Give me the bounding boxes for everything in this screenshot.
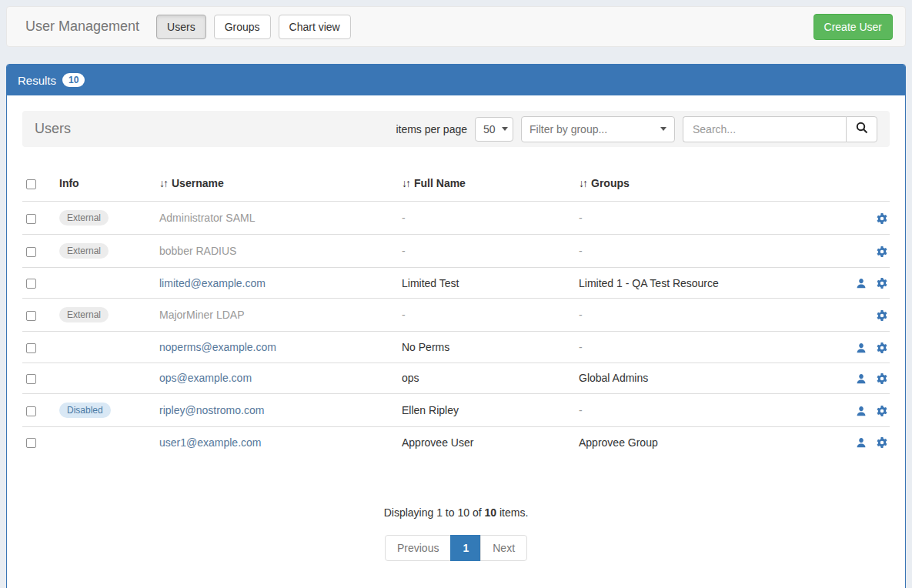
tab-groups[interactable]: Groups: [214, 15, 271, 39]
users-table: Info ↓↑Username ↓↑Full Name ↓↑Groups Ext…: [22, 165, 890, 457]
actions-cell: [827, 332, 890, 362]
user-icon[interactable]: [847, 342, 867, 353]
full-name-cell: -: [396, 235, 573, 268]
displaying-total: 10: [484, 506, 496, 519]
results-count-badge: 10: [62, 73, 85, 87]
row-checkbox[interactable]: [26, 438, 36, 448]
row-checkbox[interactable]: [26, 311, 36, 321]
username-cell: Administrator SAML: [153, 202, 396, 235]
select-all-checkbox[interactable]: [26, 179, 36, 189]
info-cell: [53, 362, 153, 393]
gear-icon[interactable]: [867, 246, 888, 258]
displaying-suffix: items.: [496, 506, 528, 519]
gear-icon[interactable]: [867, 373, 888, 385]
info-cell: External: [53, 235, 153, 268]
gear-icon[interactable]: [867, 309, 888, 322]
page: User Management Users Groups Chart view …: [0, 0, 912, 588]
info-cell: [53, 332, 153, 362]
actions-cell: [827, 202, 890, 235]
status-badge: Disabled: [59, 403, 111, 418]
username-cell: ops@example.com: [153, 362, 396, 393]
search-input[interactable]: [683, 116, 846, 142]
status-badge: External: [59, 307, 109, 322]
results-panel-header: Results 10: [7, 65, 905, 95]
full-name-cell: ops: [396, 362, 573, 393]
actions-column-header: [827, 165, 890, 202]
column-header-groups[interactable]: ↓↑Groups: [573, 165, 827, 202]
row-checkbox[interactable]: [26, 343, 36, 353]
username-cell: noperms@example.com: [153, 332, 396, 362]
gear-icon[interactable]: [867, 436, 888, 449]
search-button[interactable]: [846, 116, 877, 142]
sort-icon: ↓↑: [579, 177, 586, 189]
groups-cell: -: [573, 202, 827, 235]
user-icon[interactable]: [847, 406, 867, 416]
username-cell: MajorMiner LDAP: [153, 299, 396, 332]
username-link[interactable]: noperms@example.com: [159, 341, 276, 353]
info-cell: External: [53, 202, 153, 235]
table-row: Disabledripley@nostromo.comEllen Ripley-: [22, 393, 890, 426]
table-row: Externalbobber RADIUS--: [22, 235, 890, 268]
groups-cell: -: [573, 393, 827, 426]
full-name-cell: Approvee User: [396, 426, 573, 457]
user-icon[interactable]: [847, 373, 867, 384]
gear-icon[interactable]: [867, 405, 888, 417]
items-per-page-select[interactable]: 50: [475, 117, 513, 142]
groups-cell: Approvee Group: [573, 426, 827, 457]
status-badge: External: [59, 210, 109, 226]
pagination-next[interactable]: Next: [480, 535, 527, 561]
tab-chart-view[interactable]: Chart view: [279, 15, 351, 39]
gear-icon[interactable]: [867, 212, 888, 225]
row-checkbox[interactable]: [26, 406, 36, 416]
pagination: Previous 1 Next: [22, 535, 890, 561]
username-link[interactable]: limited@example.com: [159, 277, 266, 289]
table-row: limited@example.comLimited TestLimited 1…: [22, 268, 890, 299]
users-toolbar: Users items per page 50 Filter by group.…: [22, 111, 890, 147]
column-header-full-name[interactable]: ↓↑Full Name: [396, 165, 573, 202]
info-cell: [53, 268, 153, 299]
top-navbar: User Management Users Groups Chart view …: [6, 6, 906, 47]
actions-cell: [827, 268, 890, 299]
username-text: Administrator SAML: [159, 212, 255, 224]
row-checkbox[interactable]: [26, 247, 36, 257]
actions-cell: [827, 362, 890, 393]
gear-icon[interactable]: [867, 277, 888, 289]
column-header-username[interactable]: ↓↑Username: [153, 165, 396, 202]
full-name-cell: Limited Test: [396, 268, 573, 299]
full-name-cell: Ellen Ripley: [396, 393, 573, 426]
username-link[interactable]: user1@example.com: [159, 436, 262, 449]
table-row: user1@example.comApprovee UserApprovee G…: [22, 426, 890, 457]
row-checkbox[interactable]: [26, 374, 36, 384]
create-user-button[interactable]: Create User: [813, 14, 893, 40]
info-cell: External: [53, 299, 153, 332]
filter-by-group-select[interactable]: Filter by group...: [521, 116, 675, 142]
table-row: ops@example.comopsGlobal Admins: [22, 362, 890, 393]
pagination-page-1[interactable]: 1: [450, 535, 481, 561]
search-group: [683, 116, 877, 142]
caret-down-icon: [502, 127, 508, 131]
tab-users[interactable]: Users: [156, 15, 206, 39]
full-name-cell: No Perms: [396, 332, 573, 362]
username-cell: limited@example.com: [153, 268, 396, 299]
table-row: noperms@example.comNo Perms-: [22, 332, 890, 362]
gear-icon[interactable]: [867, 342, 888, 354]
column-header-info: Info: [53, 165, 153, 202]
results-panel-body: Users items per page 50 Filter by group.…: [7, 95, 905, 588]
table-row: ExternalMajorMiner LDAP--: [22, 299, 890, 332]
pagination-previous[interactable]: Previous: [385, 535, 451, 561]
groups-cell: -: [573, 332, 827, 362]
user-icon[interactable]: [847, 278, 867, 289]
results-panel: Results 10 Users items per page 50 Filte…: [6, 64, 906, 588]
table-row: ExternalAdministrator SAML--: [22, 202, 890, 235]
groups-cell: Global Admins: [573, 362, 827, 393]
users-table-body: ExternalAdministrator SAML--Externalbobb…: [22, 202, 890, 458]
groups-cell: -: [573, 299, 827, 332]
username-link[interactable]: ripley@nostromo.com: [159, 404, 264, 416]
row-checkbox[interactable]: [26, 279, 36, 289]
row-checkbox[interactable]: [26, 214, 36, 224]
page-title: User Management: [25, 18, 139, 35]
filter-by-group-placeholder: Filter by group...: [529, 123, 607, 135]
full-name-cell: -: [396, 202, 573, 235]
user-icon[interactable]: [847, 437, 867, 448]
username-link[interactable]: ops@example.com: [159, 372, 252, 384]
